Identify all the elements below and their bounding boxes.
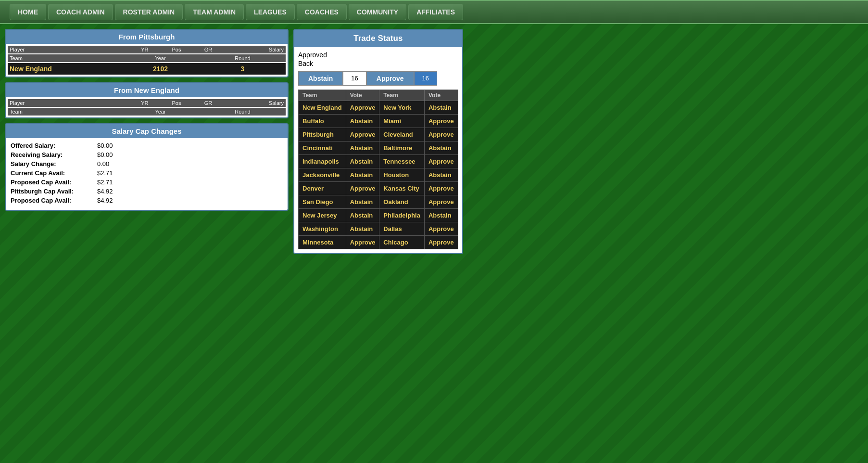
team2-cell: Oakland	[379, 195, 425, 209]
nav-coach-admin[interactable]: COACH ADMIN	[48, 4, 113, 20]
vote2-cell: Approve	[424, 182, 458, 195]
vote2-cell: Abstain	[424, 101, 458, 115]
team1-cell: Minnesota	[299, 236, 346, 249]
voting-table-row: New EnglandApproveNew YorkAbstain	[299, 101, 458, 115]
nav-affiliates[interactable]: AFFILIATES	[408, 4, 463, 20]
voting-table-header-row: Team Vote Team Vote	[299, 90, 458, 101]
salary-value-0: $0.00	[97, 142, 113, 149]
ne-team-column-subheaders: Team Year Round	[8, 108, 286, 116]
salary-cap-content: Offered Salary: $0.00 Receiving Salary: …	[6, 138, 288, 210]
nav-team-admin[interactable]: TEAM ADMIN	[185, 4, 244, 20]
nav-community[interactable]: COMMUNITY	[349, 4, 406, 20]
vote1-cell: Approve	[346, 101, 379, 115]
approve-button[interactable]: Approve	[366, 71, 414, 86]
team-column-subheaders: Team Year Round	[8, 54, 286, 62]
col-team1-header: Team	[299, 90, 346, 101]
vote2-cell: Approve	[424, 195, 458, 209]
salary-label-6: Proposed Cap Avail:	[11, 197, 97, 204]
salary-row-3: Current Cap Avail: $2.71	[11, 169, 283, 177]
team2-cell: Kansas City	[379, 182, 425, 195]
salary-value-2: 0.00	[97, 160, 109, 167]
vote1-cell: Abstain	[346, 155, 379, 168]
col-team2-header: Team	[379, 90, 425, 101]
abstain-button[interactable]: Abstain	[298, 71, 343, 86]
team1-cell: Buffalo	[299, 115, 346, 128]
team2-cell: Tennessee	[379, 155, 425, 168]
salary-label-3: Current Cap Avail:	[11, 169, 97, 177]
team2-cell: Dallas	[379, 222, 425, 236]
vote2-cell: Abstain	[424, 141, 458, 155]
voting-table: Team Vote Team Vote New EnglandApproveNe…	[298, 90, 458, 249]
salary-label-4: Proposed Cap Avail:	[11, 179, 97, 186]
gr-col-header: GR	[192, 47, 224, 52]
team1-cell: San Diego	[299, 195, 346, 209]
ne-yr-col-header: YR	[129, 100, 161, 106]
salary-cap-section: Salary Cap Changes Offered Salary: $0.00…	[5, 123, 289, 211]
round-sub-header: Round	[201, 55, 284, 61]
from-new-england-content: Player YR Pos GR Salary Team Year Round	[6, 97, 288, 117]
voting-table-row: CincinnatiAbstainBaltimoreAbstain	[299, 141, 458, 155]
from-new-england-section: From New England Player YR Pos GR Salary…	[5, 82, 289, 118]
team2-cell: Baltimore	[379, 141, 425, 155]
from-pittsburgh-section: From Pittsburgh Player YR Pos GR Salary …	[5, 29, 289, 77]
team1-cell: Indianapolis	[299, 155, 346, 168]
salary-value-5: $4.92	[97, 188, 113, 195]
team2-cell: Houston	[379, 168, 425, 182]
salary-row-2: Salary Change: 0.00	[11, 160, 283, 167]
player-column-headers: Player YR Pos GR Salary	[8, 46, 286, 53]
team1-cell: Jacksonville	[299, 168, 346, 182]
abstain-count: 16	[343, 71, 366, 86]
trade-status-approved: Approved	[298, 51, 458, 59]
vote1-cell: Approve	[346, 236, 379, 249]
left-panel: From Pittsburgh Player YR Pos GR Salary …	[5, 29, 289, 254]
vote2-cell: Approve	[424, 115, 458, 128]
from-new-england-title: From New England	[6, 83, 288, 97]
ne-salary-col-header: Salary	[224, 100, 284, 106]
vote-buttons: Abstain 16 Approve 16	[298, 71, 458, 86]
salary-row-0: Offered Salary: $0.00	[11, 142, 283, 149]
vote1-cell: Approve	[346, 182, 379, 195]
voting-table-row: New JerseyAbstainPhiladelphiaAbstain	[299, 209, 458, 222]
nav-coaches[interactable]: COACHES	[297, 4, 347, 20]
vote2-cell: Approve	[424, 236, 458, 249]
vote1-cell: Abstain	[346, 222, 379, 236]
voting-table-row: MinnesotaApproveChicagoApprove	[299, 236, 458, 249]
navigation: HOME COACH ADMIN ROSTER ADMIN TEAM ADMIN…	[0, 0, 868, 24]
salary-value-6: $4.92	[97, 197, 113, 204]
from-pittsburgh-content: Player YR Pos GR Salary Team Year Round …	[6, 44, 288, 77]
vote2-cell: Abstain	[424, 168, 458, 182]
voting-table-row: JacksonvilleAbstainHoustonAbstain	[299, 168, 458, 182]
voting-table-row: WashingtonAbstainDallasApprove	[299, 222, 458, 236]
voting-table-row: BuffaloAbstainMiamiApprove	[299, 115, 458, 128]
team1-cell: Washington	[299, 222, 346, 236]
ne-pos-col-header: Pos	[161, 100, 192, 106]
vote2-cell: Approve	[424, 222, 458, 236]
salary-value-3: $2.71	[97, 169, 113, 177]
nav-home[interactable]: HOME	[10, 4, 46, 20]
from-pittsburgh-title: From Pittsburgh	[6, 30, 288, 44]
salary-value-1: $0.00	[97, 151, 113, 158]
salary-row-6: Proposed Cap Avail: $4.92	[11, 197, 283, 204]
pittsburgh-round-value: 3	[201, 65, 284, 73]
salary-value-4: $2.71	[97, 179, 113, 186]
salary-col-header: Salary	[224, 47, 284, 52]
nav-roster-admin[interactable]: ROSTER ADMIN	[115, 4, 183, 20]
ne-player-column-headers: Player YR Pos GR Salary	[8, 99, 286, 107]
team1-cell: Cincinnati	[299, 141, 346, 155]
vote2-cell: Approve	[424, 155, 458, 168]
voting-table-row: PittsburghApproveClevelandApprove	[299, 128, 458, 141]
vote1-cell: Abstain	[346, 141, 379, 155]
nav-leagues[interactable]: LEAGUES	[246, 4, 295, 20]
trade-status-back: Back	[298, 60, 458, 67]
vote1-cell: Abstain	[346, 168, 379, 182]
vote1-cell: Abstain	[346, 195, 379, 209]
player-col-header: Player	[10, 47, 129, 52]
salary-label-1: Receiving Salary:	[11, 151, 97, 158]
salary-row-4: Proposed Cap Avail: $2.71	[11, 179, 283, 186]
team1-cell: Denver	[299, 182, 346, 195]
vote1-cell: Approve	[346, 128, 379, 141]
team2-cell: Cleveland	[379, 128, 425, 141]
salary-label-2: Salary Change:	[11, 160, 97, 167]
salary-label-5: Pittsburgh Cap Avail:	[11, 188, 97, 195]
pittsburgh-year-value: 2102	[119, 65, 201, 73]
